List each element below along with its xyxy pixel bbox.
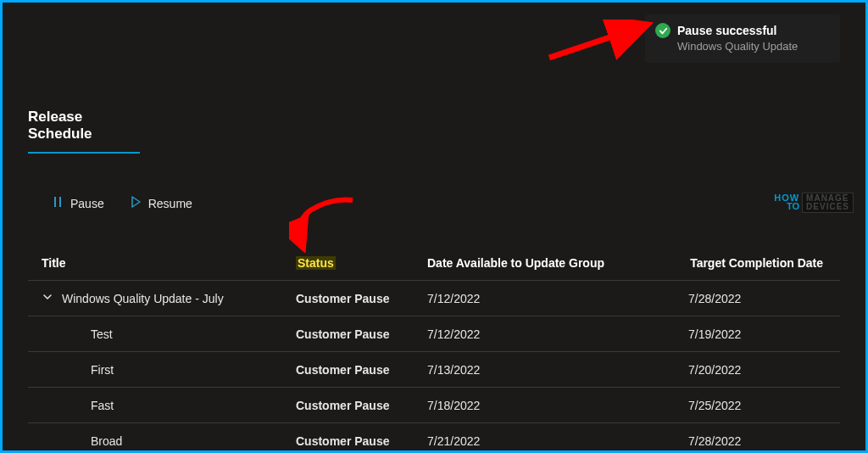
row-available: 7/18/2022 <box>427 399 682 412</box>
table-row[interactable]: Fast Customer Pause 7/18/2022 7/25/2022 <box>28 388 840 423</box>
watermark-logo: HOW TO MANAGE DEVICES <box>774 193 854 213</box>
row-status: Customer Pause <box>296 327 427 341</box>
table-header-row: Title Status Date Available to Update Gr… <box>28 245 840 281</box>
row-target: 7/28/2022 <box>682 292 826 305</box>
pause-icon <box>52 195 64 211</box>
row-status: Customer Pause <box>296 434 427 448</box>
toast-title: Pause successful <box>677 24 777 37</box>
row-status: Customer Pause <box>296 363 427 377</box>
row-title: Test <box>42 327 113 341</box>
header-target-completion[interactable]: Target Completion Date <box>682 256 826 270</box>
row-target: 7/19/2022 <box>682 327 826 341</box>
row-target: 7/20/2022 <box>682 363 826 377</box>
row-available: 7/12/2022 <box>427 292 682 305</box>
play-icon <box>130 195 142 211</box>
table-row[interactable]: Broad Customer Pause 7/21/2022 7/28/2022 <box>28 423 840 453</box>
watermark-devices: DEVICES <box>806 203 849 211</box>
table-row[interactable]: Windows Quality Update - July Customer P… <box>28 281 840 316</box>
row-available: 7/12/2022 <box>427 327 682 341</box>
resume-label: Resume <box>148 197 192 210</box>
row-target: 7/28/2022 <box>682 434 826 448</box>
row-status: Customer Pause <box>296 399 427 412</box>
table-row[interactable]: First Customer Pause 7/13/2022 7/20/2022 <box>28 352 840 388</box>
row-available: 7/13/2022 <box>427 363 682 377</box>
header-date-available[interactable]: Date Available to Update Group <box>427 256 682 270</box>
pause-label: Pause <box>70 197 104 210</box>
pause-button[interactable]: Pause <box>47 192 109 215</box>
toast-notification: Pause successful Windows Quality Update <box>645 14 840 63</box>
row-title: Windows Quality Update - July <box>62 292 224 305</box>
header-title[interactable]: Title <box>42 256 296 270</box>
header-status[interactable]: Status <box>296 256 427 270</box>
row-status: Customer Pause <box>296 292 427 305</box>
resume-button[interactable]: Resume <box>125 192 198 215</box>
row-title: Broad <box>42 434 122 448</box>
release-table: Title Status Date Available to Update Gr… <box>28 245 840 453</box>
row-title: First <box>42 363 114 377</box>
toast-subtitle: Windows Quality Update <box>677 40 826 53</box>
row-available: 7/21/2022 <box>427 434 682 448</box>
row-target: 7/25/2022 <box>682 399 826 412</box>
table-row[interactable]: Test Customer Pause 7/12/2022 7/19/2022 <box>28 316 840 352</box>
watermark-to: TO <box>787 203 799 211</box>
success-check-icon <box>655 23 670 38</box>
chevron-down-icon[interactable] <box>42 291 53 305</box>
row-title: Fast <box>42 399 114 412</box>
section-title: Release Schedule <box>28 109 140 154</box>
